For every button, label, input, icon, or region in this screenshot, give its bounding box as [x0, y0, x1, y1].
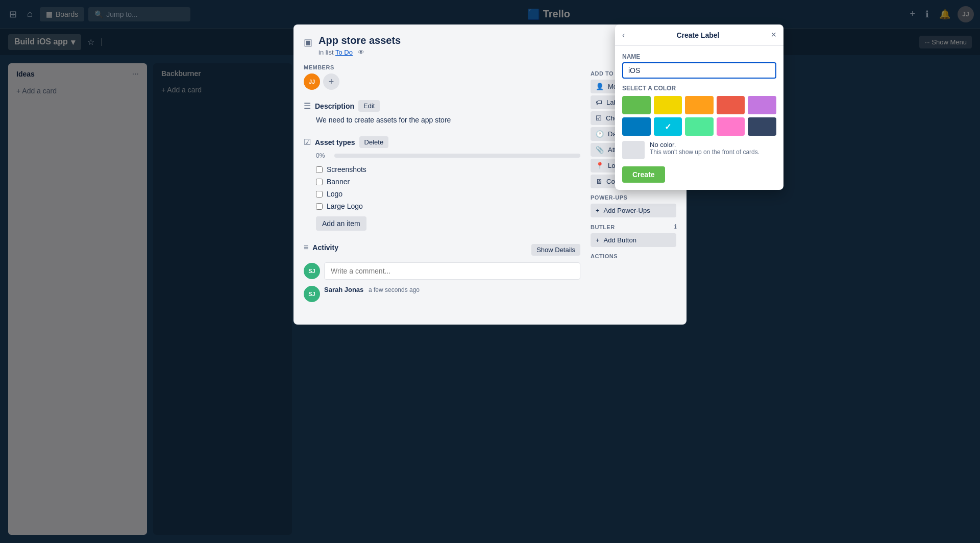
color-swatch-green[interactable] [622, 96, 651, 114]
activity-user-name: Sarah Jonas [324, 286, 363, 293]
checklist-item: Logo [316, 188, 580, 200]
members-label: MEMBERS [304, 64, 580, 70]
modal-header-content: App store assets in list To Do 👁 [318, 55, 401, 56]
label-name-input[interactable] [622, 62, 776, 79]
actions-label: ACTIONS [591, 253, 676, 259]
list-link[interactable]: To Do [335, 55, 353, 56]
add-member-button[interactable]: + [323, 73, 339, 90]
labels-sidebar-icon: 🏷 [596, 98, 602, 106]
color-swatch-red[interactable] [717, 96, 745, 114]
checklist-checkbox-3[interactable] [316, 191, 323, 198]
color-swatch-lime[interactable] [685, 117, 714, 136]
attachment-sidebar-icon: 📎 [596, 146, 604, 154]
checklist-title: Asset types [315, 138, 355, 146]
description-header: ☰ Description Edit [304, 100, 580, 112]
color-swatch-blue[interactable] [622, 117, 651, 136]
activity-user-avatar: SJ [304, 286, 320, 302]
members-sidebar-icon: 👤 [596, 83, 604, 90]
no-color-row: No color. This won't show up on the fron… [622, 141, 776, 159]
dialog-title: Create Label [676, 31, 719, 39]
progress-bar-wrap: 0% [316, 152, 580, 159]
delete-checklist-button[interactable]: Delete [359, 136, 389, 148]
checklist-icon: ☑ [304, 137, 311, 147]
dialog-header: ‹ Create Label × [615, 24, 783, 46]
activity-section: ≡ Activity Show Details SJ SJ [304, 243, 580, 302]
power-ups-label: POWER-UPS [591, 194, 676, 201]
select-color-title: Select a color [622, 85, 776, 92]
dialog-close-button[interactable]: × [771, 30, 776, 40]
dialog-body: Name Select a color No color. This wo [615, 46, 783, 190]
progress-bar [334, 154, 580, 158]
checklist-checkbox-1[interactable] [316, 166, 323, 173]
description-text: We need to create assets for the app sto… [316, 116, 580, 124]
comment-input[interactable] [324, 262, 580, 280]
checklist-item-label-3: Logo [327, 190, 342, 198]
activity-content: Sarah Jonas a few seconds ago [324, 286, 420, 293]
add-item-button[interactable]: Add an item [316, 216, 366, 231]
butler-label: BUTLER [591, 224, 615, 230]
color-swatch-darkgray[interactable] [748, 117, 776, 136]
butler-label-wrap: BUTLER ℹ [591, 224, 676, 230]
checklist-section: ☑ Asset types Delete 0% [304, 136, 580, 231]
activity-time: a few seconds ago [369, 286, 420, 293]
watch-icon: 👁 [358, 55, 364, 56]
color-swatch-purple[interactable] [748, 96, 776, 114]
checklist-header: ☑ Asset types Delete [304, 136, 580, 148]
location-sidebar-icon: 📍 [596, 162, 604, 169]
checklist-checkbox-4[interactable] [316, 203, 323, 210]
checklist-items: Screenshots Banner Logo [316, 163, 580, 212]
add-power-ups-label: Add Power-Ups [604, 207, 650, 214]
checklist-sidebar-icon: ☑ [596, 114, 602, 122]
checklist-item-label-1: Screenshots [327, 165, 366, 174]
checklist-checkbox-2[interactable] [316, 179, 323, 185]
activity-item: SJ Sarah Jonas a few seconds ago [304, 286, 580, 302]
description-section: ☰ Description Edit We need to create ass… [304, 100, 580, 124]
board-content: Ideas ··· + Add a card × ▣ App store ass… [0, 55, 980, 543]
activity-icon: ≡ [304, 243, 308, 252]
no-color-sub: This won't show up on the front of cards… [650, 149, 760, 156]
checklist-item-label-4: Large Logo [327, 202, 363, 210]
create-label-dialog: ‹ Create Label × Name Select a color [615, 24, 783, 190]
activity-input-row: SJ [304, 262, 580, 280]
member-avatar-jj[interactable]: JJ [304, 73, 320, 90]
add-button-label: Add Button [604, 236, 636, 244]
modal-main: MEMBERS JJ + ☰ Description Edit [304, 64, 580, 314]
members-row: JJ + [304, 73, 580, 90]
color-grid [622, 96, 776, 136]
color-swatch-teal[interactable] [654, 117, 682, 136]
add-button-button[interactable]: + Add Button [591, 233, 676, 247]
progress-label: 0% [316, 152, 330, 159]
description-title: Description [315, 102, 354, 110]
activity-avatar-sj: SJ [304, 263, 320, 279]
checklist-item: Banner [316, 176, 580, 188]
color-swatch-orange[interactable] [685, 96, 714, 114]
dialog-back-button[interactable]: ‹ [622, 31, 625, 40]
name-label: Name [622, 53, 776, 60]
card-subtitle: in list To Do 👁 [318, 55, 401, 56]
add-power-ups-button[interactable]: + Add Power-Ups [591, 204, 676, 217]
description-icon: ☰ [304, 101, 311, 111]
dates-sidebar-icon: 🕐 [596, 130, 604, 138]
no-color-swatch[interactable] [622, 141, 645, 159]
add-button-icon: + [596, 236, 600, 244]
activity-title-wrap: ≡ Activity [304, 243, 338, 252]
members-section: MEMBERS JJ + [304, 64, 580, 90]
edit-description-button[interactable]: Edit [358, 100, 380, 112]
show-details-button[interactable]: Show Details [531, 244, 580, 256]
activity-header: ≡ Activity Show Details [304, 243, 580, 256]
checklist-item-label-2: Banner [327, 178, 350, 186]
no-color-text-wrap: No color. This won't show up on the fron… [650, 141, 760, 156]
color-swatch-pink[interactable] [717, 117, 745, 136]
add-power-ups-icon: + [596, 207, 600, 214]
create-label-button[interactable]: Create [622, 166, 665, 183]
activity-title: Activity [312, 243, 338, 252]
no-color-label: No color. [650, 141, 760, 149]
checklist-item: Screenshots [316, 163, 580, 176]
checklist-item: Large Logo [316, 200, 580, 212]
card-modal-overlay: × ▣ App store assets in list To Do 👁 [0, 55, 980, 543]
butler-info-icon: ℹ [674, 224, 677, 230]
cover-sidebar-icon: 🖥 [596, 178, 602, 185]
color-swatch-yellow[interactable] [654, 96, 682, 114]
